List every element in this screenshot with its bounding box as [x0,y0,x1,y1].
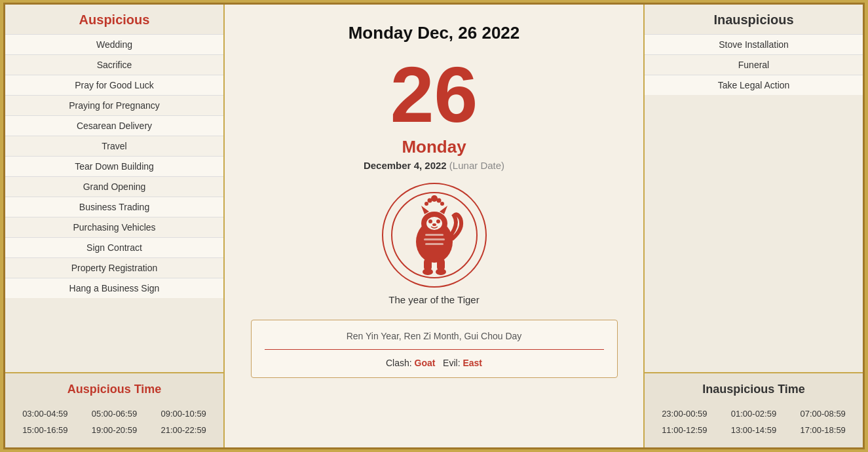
list-item: Cesarean Delivery [5,115,223,136]
time-cell: 15:00-16:59 [10,422,80,438]
svg-point-3 [436,198,441,203]
year-label: The year of the Tiger [388,294,479,305]
list-item: Praying for Pregnancy [5,95,223,115]
list-item: Purchasing Vehicles [5,217,223,237]
time-cell: 13:00-14:59 [719,422,789,438]
time-cell: 23:00-00:59 [650,405,719,422]
right-panel: Inauspicious Stove InstallationFuneralTa… [643,5,863,447]
calendar-container: Auspicious WeddingSacrificePray for Good… [3,3,865,449]
svg-point-1 [431,195,438,202]
main-date: Monday Dec, 26 2022 [349,23,520,43]
time-cell: 11:00-12:59 [650,422,719,438]
time-cell: 05:00-06:59 [80,405,149,422]
evil-value: East [462,358,482,368]
svg-point-20 [436,269,446,275]
time-cell: 03:00-04:59 [10,405,80,422]
lunar-date: December 4, 2022 (Lunar Date) [364,160,504,171]
list-item: Travel [5,136,223,156]
list-item: Grand Opening [5,176,223,197]
list-item: Business Trading [5,197,223,217]
inauspicious-time-section: Inauspicious Time 23:00-00:5901:00-02:59… [645,373,863,447]
list-item: Sign Contract [5,237,223,257]
clash-value: Goat [415,358,436,368]
time-cell: 19:00-20:59 [80,422,149,438]
list-item: Wedding [5,34,223,54]
svg-point-12 [436,219,440,223]
time-cell: 01:00-02:59 [719,405,789,422]
inauspicious-time-grid: 23:00-00:5901:00-02:5907:00-08:5911:00-1… [645,403,863,441]
clash-text: Clash: Goat Evil: East [265,358,604,368]
auspicious-time-title: Auspicious Time [5,373,223,403]
list-item: Stove Installation [645,34,863,54]
list-item: Tear Down Building [5,156,223,176]
lunar-label: (Lunar Date) [449,160,504,171]
yin-yang-text: Ren Yin Year, Ren Zi Month, Gui Chou Day [265,331,604,341]
time-cell: 09:00-10:59 [149,405,218,422]
auspicious-time-grid: 03:00-04:5905:00-06:5909:00-10:5915:00-1… [5,403,223,441]
inauspicious-list: Stove InstallationFuneralTake Legal Acti… [645,34,863,95]
list-item: Take Legal Action [645,75,863,95]
center-panel: Monday Dec, 26 2022 26 Monday December 4… [225,5,643,447]
svg-point-13 [432,223,436,226]
svg-point-11 [428,219,432,223]
list-item: Pray for Good Luck [5,75,223,95]
lunar-date-value: December 4, 2022 [364,160,447,171]
auspicious-section: Auspicious WeddingSacrificePray for Good… [5,5,223,373]
tiger-circle [382,183,487,288]
auspicious-time-section: Auspicious Time 03:00-04:5905:00-06:5909… [5,373,223,447]
inauspicious-title: Inauspicious [645,5,863,34]
svg-marker-9 [440,206,447,214]
time-cell: 07:00-08:59 [788,405,858,422]
svg-point-2 [427,198,432,203]
inauspicious-section: Inauspicious Stove InstallationFuneralTa… [645,5,863,373]
list-item: Property Registration [5,257,223,278]
day-name: Monday [402,137,466,157]
svg-point-19 [423,269,433,275]
list-item: Sacrifice [5,54,223,75]
list-item: Hang a Business Sign [5,278,223,298]
tiger-svg [388,189,480,281]
time-cell: 17:00-18:59 [788,422,858,438]
svg-rect-14 [425,234,443,236]
divider [265,349,604,350]
info-box: Ren Yin Year, Ren Zi Month, Gui Chou Day… [251,320,618,378]
auspicious-title: Auspicious [5,5,223,34]
svg-point-5 [440,202,444,206]
svg-marker-8 [421,206,429,214]
left-panel: Auspicious WeddingSacrificePray for Good… [5,5,225,447]
day-number: 26 [390,55,478,134]
list-item: Funeral [645,54,863,75]
time-cell: 21:00-22:59 [149,422,218,438]
clash-label: Clash: [386,358,412,368]
svg-rect-16 [425,243,443,245]
evil-label: Evil: [443,358,460,368]
inauspicious-time-title: Inauspicious Time [645,373,863,403]
auspicious-list: WeddingSacrificePray for Good LuckPrayin… [5,34,223,298]
svg-rect-15 [424,238,445,240]
svg-point-4 [425,202,428,206]
main-layout: Auspicious WeddingSacrificePray for Good… [5,5,863,447]
